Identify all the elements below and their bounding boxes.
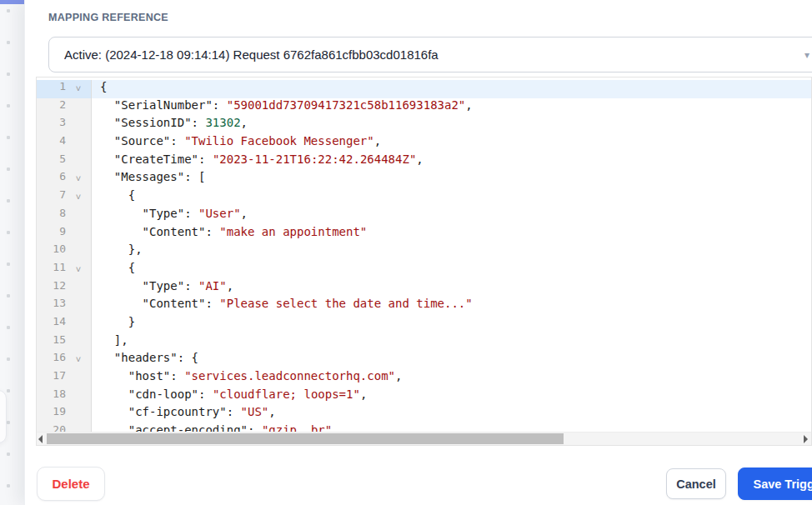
line-number: 16: [37, 351, 68, 369]
fold-chevron-icon[interactable]: ˅: [68, 170, 88, 188]
gutter-cell: 16˅: [37, 351, 92, 369]
fold-spacer: [68, 134, 88, 152]
horizontal-scrollbar[interactable]: [37, 432, 811, 445]
screen: MAPPING REFERENCE Active: (2024-12-18 09…: [0, 0, 812, 505]
code-line-1: 1˅{: [37, 80, 811, 98]
code-text: "headers": {: [92, 351, 811, 369]
code-text: {: [92, 261, 811, 279]
line-number: 12: [37, 279, 68, 298]
line-number: 1: [37, 80, 68, 98]
save-trigger-button[interactable]: Save Trigger: [738, 468, 812, 500]
code-text: {: [92, 188, 811, 207]
code-line-3: 3 "SessionID": 31302,: [37, 116, 811, 134]
gutter-cell: 1˅: [37, 80, 92, 98]
line-number: 7: [37, 188, 68, 207]
code-text: "cdn-loop": "cloudflare; loops=1",: [92, 388, 811, 406]
canvas-accent-bar: [0, 0, 24, 4]
workflow-node-partial[interactable]: [0, 390, 7, 443]
code-text: ],: [92, 333, 811, 352]
line-number: 9: [37, 225, 68, 243]
code-line-4: 4 "Source": "Twilio Facebook Messenger",: [37, 134, 811, 152]
gutter-cell: 10: [37, 242, 92, 261]
h-scrollbar-thumb[interactable]: [47, 433, 564, 444]
fold-spacer: [68, 152, 88, 171]
gutter-cell: 18: [37, 388, 92, 406]
gutter-cell: 2: [37, 98, 92, 117]
code-line-6: 6˅ "Messages": [: [37, 170, 811, 188]
code-text: "cf-ipcountry": "US",: [92, 405, 811, 423]
line-number: 2: [37, 98, 68, 117]
line-number: 18: [37, 388, 68, 406]
code-line-5: 5 "CreateTime": "2023-11-21T16:22:42.264…: [37, 152, 811, 171]
gutter-cell: 13: [37, 297, 92, 315]
line-number: 10: [37, 242, 68, 261]
gutter-cell: 8: [37, 207, 92, 225]
gutter-cell: 5: [37, 152, 92, 171]
json-code-editor[interactable]: 1˅{2 "SerialNumber": "59001dd73709417321…: [36, 77, 812, 446]
code-line-10: 10 },: [37, 242, 811, 261]
gutter-cell: 7˅: [37, 188, 92, 207]
code-text: "accept-encoding": "gzip, br",: [92, 423, 811, 432]
fold-spacer: [68, 279, 88, 298]
fold-spacer: [68, 98, 88, 117]
gutter-cell: 3: [37, 116, 92, 134]
code-text: "Type": "User",: [92, 207, 811, 225]
line-number: 19: [37, 405, 68, 423]
cancel-button[interactable]: Cancel: [666, 468, 726, 499]
fold-spacer: [68, 225, 88, 243]
scroll-left-arrow-icon[interactable]: [38, 435, 43, 443]
code-line-14: 14 }: [37, 315, 811, 333]
fold-spacer: [68, 423, 88, 432]
gutter-cell: 9: [37, 225, 92, 243]
code-line-16: 16˅ "headers": {: [37, 351, 811, 369]
code-text: "SessionID": 31302,: [92, 116, 811, 134]
code-line-18: 18 "cdn-loop": "cloudflare; loops=1",: [37, 388, 811, 406]
mapping-reference-label: MAPPING REFERENCE: [48, 12, 168, 23]
workflow-canvas-strip: [0, 0, 24, 505]
code-line-12: 12 "Type": "AI",: [37, 279, 811, 298]
code-text: "Content": "Please select the date and t…: [92, 297, 811, 315]
code-line-19: 19 "cf-ipcountry": "US",: [37, 405, 811, 423]
request-select[interactable]: Active: (2024-12-18 09:14:14) Request 67…: [48, 37, 812, 72]
code-line-8: 8 "Type": "User",: [37, 207, 811, 225]
code-line-20: 20 "accept-encoding": "gzip, br",: [37, 423, 811, 432]
code-text: },: [92, 242, 811, 261]
gutter-cell: 14: [37, 315, 92, 333]
code-lines: 1˅{2 "SerialNumber": "59001dd73709417321…: [37, 78, 811, 432]
code-text: "Type": "AI",: [92, 279, 811, 298]
code-text: "CreateTime": "2023-11-21T16:22:42.26448…: [92, 152, 811, 171]
code-line-11: 11˅ {: [37, 261, 811, 279]
gutter-cell: 19: [37, 405, 92, 423]
fold-chevron-icon[interactable]: ˅: [68, 351, 88, 369]
delete-button[interactable]: Delete: [37, 467, 105, 501]
scroll-right-arrow-icon[interactable]: [804, 435, 808, 443]
line-number: 5: [37, 152, 68, 171]
code-line-17: 17 "host": "services.leadconnectorhq.com…: [37, 369, 811, 388]
code-text: "Source": "Twilio Facebook Messenger",: [92, 134, 811, 152]
fold-chevron-icon[interactable]: ˅: [68, 80, 88, 98]
line-number: 17: [37, 369, 68, 388]
fold-spacer: [68, 242, 88, 261]
line-number: 11: [37, 261, 68, 279]
fold-spacer: [68, 207, 88, 225]
fold-spacer: [68, 333, 88, 352]
code-line-15: 15 ],: [37, 333, 811, 352]
line-number: 14: [37, 315, 68, 333]
code-text: "Content": "make an appointment": [92, 225, 811, 243]
code-line-2: 2 "SerialNumber": "59001dd73709417321c58…: [37, 98, 811, 117]
code-text: }: [92, 315, 811, 333]
code-text: "Messages": [: [92, 170, 811, 188]
request-select-value: Active: (2024-12-18 09:14:14) Request 67…: [64, 48, 439, 62]
code-text: "host": "services.leadconnectorhq.com",: [92, 369, 811, 388]
code-line-9: 9 "Content": "make an appointment": [37, 225, 811, 243]
line-number: 6: [37, 170, 68, 188]
line-number: 3: [37, 116, 68, 134]
gutter-cell: 11˅: [37, 261, 92, 279]
line-number: 15: [37, 333, 68, 352]
code-line-7: 7˅ {: [37, 188, 811, 207]
gutter-cell: 6˅: [37, 170, 92, 188]
fold-chevron-icon[interactable]: ˅: [68, 188, 88, 207]
fold-spacer: [68, 369, 88, 388]
fold-chevron-icon[interactable]: ˅: [68, 261, 88, 279]
gutter-cell: 15: [37, 333, 92, 352]
